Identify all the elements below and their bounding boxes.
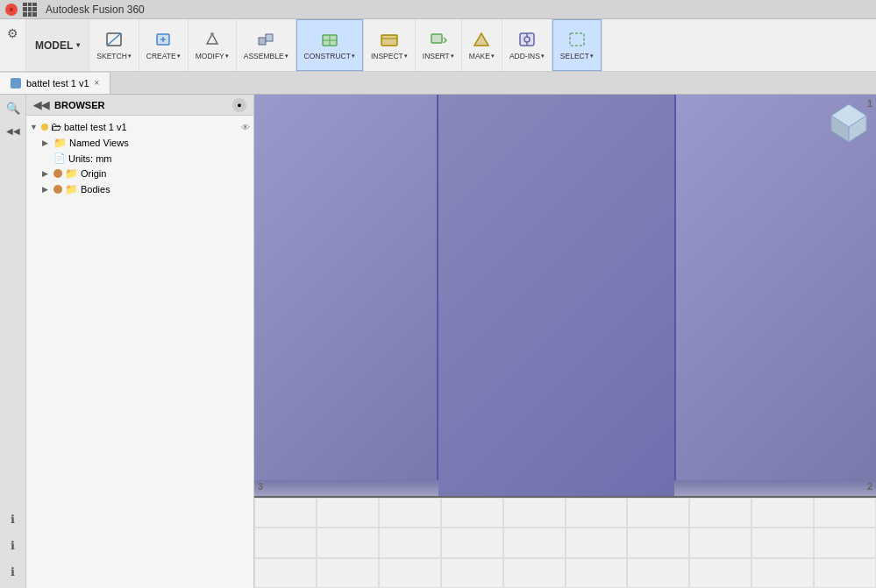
named-views-icon: 📁: [53, 137, 67, 149]
grid-cell: [814, 498, 876, 528]
origin-item[interactable]: ▶ 📁 Origin: [26, 166, 253, 181]
sketch-button[interactable]: SKETCH ▾: [89, 19, 138, 71]
browser-options-button[interactable]: ●: [232, 98, 246, 112]
grid-cell: [566, 528, 628, 557]
close-button[interactable]: ×: [5, 4, 18, 16]
tab-title: battel test 1 v1: [26, 78, 89, 89]
create-arrow-icon: ▾: [177, 53, 181, 60]
grid-cell: [814, 558, 876, 588]
svg-marker-14: [474, 33, 488, 46]
bodies-item[interactable]: ▶ 📁 Bodies: [26, 181, 253, 197]
assemble-group: ASSEMBLE ▾: [237, 19, 296, 71]
grid-cell: [689, 558, 751, 588]
tab-close-button[interactable]: ×: [95, 78, 100, 88]
info-icon-2[interactable]: ℹ: [4, 535, 23, 555]
app-title: Autodesk Fusion 360: [46, 4, 145, 16]
select-label: SELECT ▾: [560, 52, 594, 60]
addins-icon: [517, 31, 537, 51]
grid-cell: [627, 498, 689, 528]
assemble-button[interactable]: ASSEMBLE ▾: [237, 19, 296, 71]
units-label: Units: mm: [68, 153, 112, 164]
addins-group: ADD-INS ▾: [502, 19, 552, 71]
origin-dot: [53, 169, 62, 178]
origin-arrow: ▶: [42, 169, 51, 178]
construct-group: CONSTRUCT ▾: [296, 19, 364, 71]
insert-arrow-icon: ▾: [451, 53, 454, 60]
create-label: CREATE ▾: [146, 52, 181, 60]
inspect-label: INSPECT ▾: [371, 52, 408, 60]
modify-button[interactable]: MODIFY ▾: [189, 19, 236, 71]
insert-button[interactable]: INSERT ▾: [416, 19, 461, 71]
svg-point-5: [210, 32, 214, 36]
corner-number-br: 2: [867, 481, 872, 492]
browser-collapse-button[interactable]: ◀◀: [33, 99, 49, 111]
browser-label: BROWSER: [54, 100, 104, 110]
root-item-label: battel test 1 v1: [64, 122, 127, 132]
units-file-icon: 📄: [53, 152, 66, 164]
grid-cell: [566, 558, 628, 588]
info-icon-1[interactable]: ℹ: [4, 509, 23, 528]
grid-cell: [379, 498, 441, 528]
units-item[interactable]: 📄 Units: mm: [26, 151, 253, 166]
grid-cells: [254, 498, 876, 588]
browser-tree: ▼ 🗁 battel test 1 v1 👁 ▶ 📁 Named Views 📄…: [26, 116, 253, 588]
construct-icon: [320, 31, 339, 51]
select-button[interactable]: SELECT ▾: [552, 19, 602, 71]
settings-side: ⚙: [0, 19, 26, 71]
grid-cell: [379, 558, 441, 588]
create-icon: [153, 31, 173, 51]
view-cube[interactable]: [827, 100, 871, 144]
info-icon-3[interactable]: ℹ: [4, 562, 23, 581]
construct-label: CONSTRUCT ▾: [304, 52, 355, 60]
svg-rect-11: [381, 35, 397, 46]
origin-folder-icon: 📁: [65, 167, 78, 180]
select-group: SELECT ▾: [552, 19, 602, 71]
select-icon: [567, 31, 587, 51]
addins-button[interactable]: ADD-INS ▾: [502, 19, 552, 71]
create-button[interactable]: CREATE ▾: [139, 19, 188, 71]
svg-rect-7: [266, 34, 273, 41]
grid-cell: [503, 558, 566, 588]
make-button[interactable]: MAKE ▾: [462, 19, 502, 71]
root-visibility-icon[interactable]: 👁: [241, 123, 250, 132]
modify-arrow-icon: ▾: [225, 53, 229, 60]
svg-rect-6: [259, 38, 266, 45]
tab-bar: battel test 1 v1 ×: [0, 72, 876, 95]
grid-cell: [441, 558, 503, 588]
assemble-icon: [256, 31, 275, 51]
make-icon: [472, 31, 491, 51]
grid-cell: [503, 498, 566, 528]
grid-cell: [689, 498, 751, 528]
shape-right-column: [674, 95, 876, 515]
main-tab[interactable]: battel test 1 v1 ×: [0, 73, 110, 94]
grid-cell: [317, 528, 379, 557]
root-folder-icon: 🗁: [51, 121, 61, 133]
svg-rect-19: [570, 33, 584, 46]
modify-label: MODIFY ▾: [196, 52, 229, 60]
bodies-label: Bodies: [81, 184, 110, 195]
addins-label: ADD-INS ▾: [509, 52, 545, 60]
inspect-button[interactable]: INSPECT ▾: [364, 19, 415, 71]
inspect-arrow-icon: ▾: [404, 53, 408, 60]
viewport[interactable]: 1 3 2: [254, 95, 876, 588]
assemble-label: ASSEMBLE ▾: [244, 52, 288, 60]
grid-menu-icon[interactable]: [23, 3, 37, 17]
named-views-item[interactable]: ▶ 📁 Named Views: [26, 135, 253, 151]
grid-cell: [503, 528, 566, 557]
construct-button[interactable]: CONSTRUCT ▾: [296, 19, 363, 71]
svg-rect-13: [431, 34, 442, 43]
grid-cell: [751, 558, 814, 588]
grid-cell: [566, 498, 628, 528]
left-sidebar: 🔍 ◀◀ ℹ ℹ ℹ: [0, 95, 26, 588]
model-menu-button[interactable]: MODEL ▾: [26, 19, 89, 71]
settings-icon[interactable]: ⚙: [7, 26, 18, 40]
corner-number-bl: 3: [258, 481, 263, 492]
grid-cell: [254, 558, 317, 588]
back-icon[interactable]: ◀◀: [4, 121, 23, 140]
bodies-folder-icon: 📁: [65, 183, 78, 195]
bodies-dot: [53, 185, 62, 194]
toolbar: ⚙ MODEL ▾ SKETCH ▾ CREATE ▾: [0, 19, 876, 72]
tree-root-item[interactable]: ▼ 🗁 battel test 1 v1 👁: [26, 119, 253, 135]
select-arrow-icon: ▾: [590, 53, 594, 60]
search-icon[interactable]: 🔍: [4, 98, 23, 117]
